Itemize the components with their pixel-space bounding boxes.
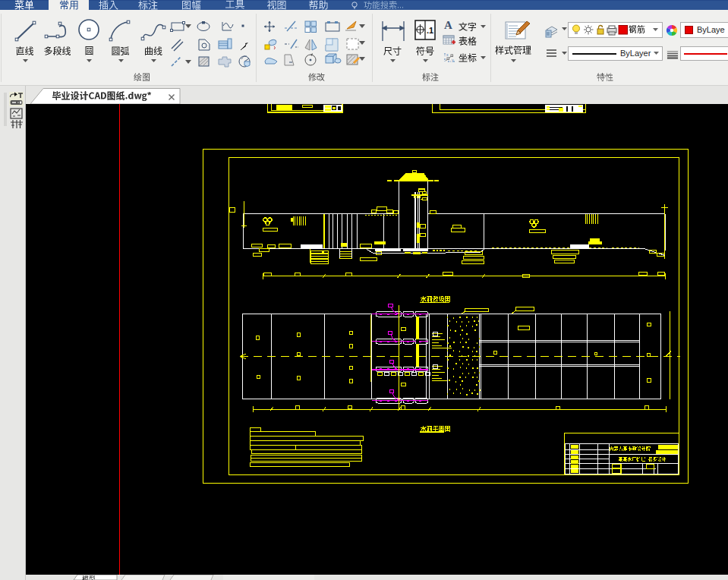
svg-text:.1: .1	[427, 26, 433, 35]
svg-text:x: x	[446, 52, 449, 57]
